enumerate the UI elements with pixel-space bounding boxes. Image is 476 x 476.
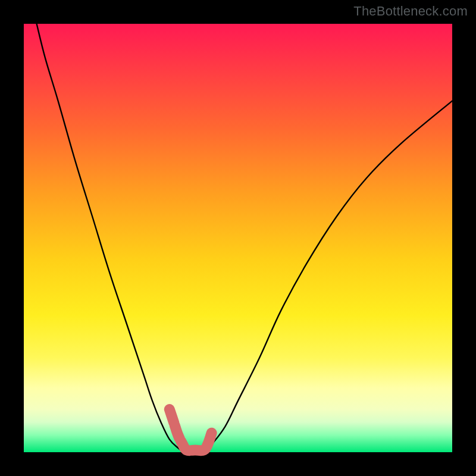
plot-area: [24, 24, 452, 452]
left-curve: [37, 24, 187, 452]
curve-layer: [24, 24, 452, 452]
right-curve: [203, 101, 452, 452]
chart-frame: TheBottleneck.com: [0, 0, 476, 476]
v-shape-marker: [170, 409, 212, 450]
watermark-text: TheBottleneck.com: [353, 4, 468, 19]
